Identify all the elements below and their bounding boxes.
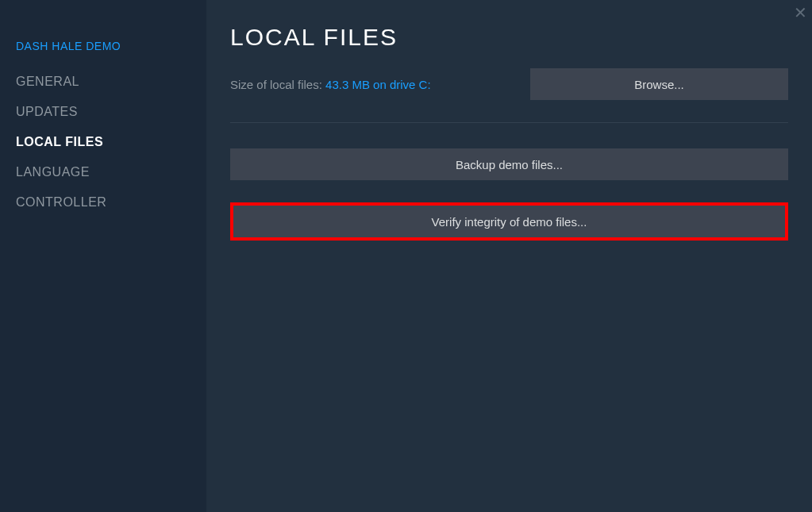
sidebar-item-updates[interactable]: UPDATES: [16, 105, 206, 119]
sidebar-item-local-files[interactable]: LOCAL FILES: [16, 135, 206, 149]
sidebar-item-general[interactable]: GENERAL: [16, 75, 206, 89]
sidebar-item-controller[interactable]: CONTROLLER: [16, 195, 206, 210]
sidebar-item-language[interactable]: LANGUAGE: [16, 165, 206, 179]
browse-button[interactable]: Browse...: [530, 68, 788, 100]
page-title: LOCAL FILES: [230, 24, 788, 51]
size-text: Size of local files: 43.3 MB on drive C:: [230, 78, 431, 91]
size-row: Size of local files: 43.3 MB on drive C:…: [230, 68, 788, 123]
close-icon[interactable]: ✕: [794, 5, 807, 21]
size-label: Size of local files:: [230, 78, 325, 91]
size-value: 43.3 MB on drive C:: [325, 78, 431, 91]
verify-button[interactable]: Verify integrity of demo files...: [233, 206, 785, 237]
sidebar-app-title[interactable]: DASH HALE DEMO: [16, 40, 206, 52]
backup-button[interactable]: Backup demo files...: [230, 148, 788, 180]
verify-highlight: Verify integrity of demo files...: [230, 202, 788, 241]
sidebar: DASH HALE DEMO GENERAL UPDATES LOCAL FIL…: [0, 0, 206, 512]
main-panel: ✕ LOCAL FILES Size of local files: 43.3 …: [206, 0, 812, 512]
